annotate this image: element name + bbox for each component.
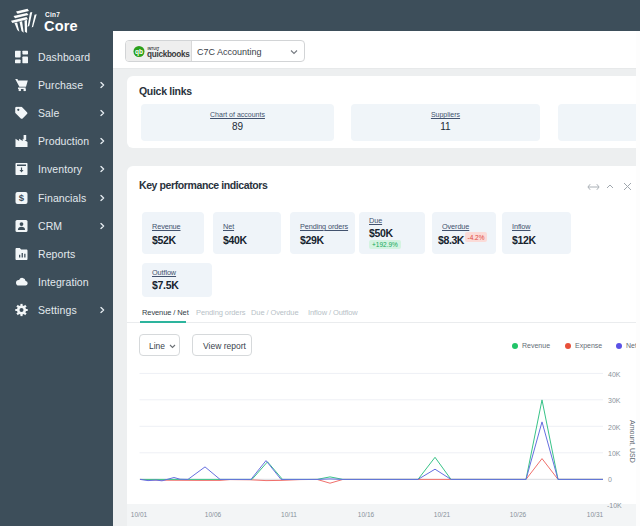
svg-text:10K: 10K — [608, 450, 621, 457]
svg-text:$: $ — [19, 192, 25, 203]
svg-text:20K: 20K — [608, 424, 621, 431]
svg-text:C7C Accounting: C7C Accounting — [197, 47, 262, 57]
svg-text:40K: 40K — [608, 371, 621, 378]
svg-text:0: 0 — [608, 476, 612, 483]
svg-text:30K: 30K — [608, 397, 621, 404]
svg-text:quickbooks: quickbooks — [147, 50, 190, 59]
svg-text:qb: qb — [135, 48, 143, 56]
